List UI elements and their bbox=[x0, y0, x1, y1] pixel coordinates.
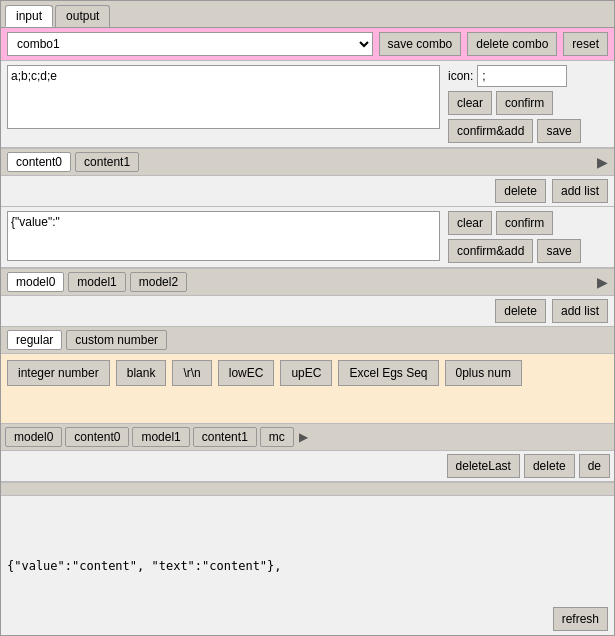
confirm-add-button-2[interactable]: confirm&add bbox=[448, 239, 533, 263]
btn-row-4: confirm&add save bbox=[448, 239, 608, 263]
confirm-button-1[interactable]: confirm bbox=[496, 91, 553, 115]
excel-egs-seq-button[interactable]: Excel Egs Seq bbox=[338, 360, 438, 386]
output-text: {"value":"content", "text":"content"}, bbox=[7, 559, 545, 573]
section2-right: clear confirm confirm&add save bbox=[448, 211, 608, 263]
rn-button[interactable]: \r\n bbox=[172, 360, 211, 386]
tab-input[interactable]: input bbox=[5, 5, 53, 27]
output-line: {"value":"content", "text":"content"}, r… bbox=[1, 496, 614, 635]
tab-output[interactable]: output bbox=[55, 5, 110, 27]
scroll-right-arrow-2[interactable]: ▶ bbox=[597, 274, 608, 290]
add-list-button-2[interactable]: add list bbox=[552, 299, 608, 323]
combo-select[interactable]: combo1 bbox=[7, 32, 373, 56]
btn-row-1: clear confirm bbox=[448, 91, 608, 115]
bottom-tab-content1[interactable]: content1 bbox=[193, 427, 257, 447]
section2: {"value":" clear confirm confirm&add sav… bbox=[1, 207, 614, 268]
de-button[interactable]: de bbox=[579, 454, 610, 478]
bottom-tabs-scroll-arrow[interactable]: ▶ bbox=[299, 430, 308, 444]
bottom-tabs-row: model0 content0 model1 content1 mc ▶ bbox=[1, 424, 614, 451]
model-tab-1[interactable]: model1 bbox=[68, 272, 125, 292]
model-tabs-row: model0 model1 model2 ▶ bbox=[1, 268, 614, 296]
type-tab-regular[interactable]: regular bbox=[7, 330, 62, 350]
bottom-tab-mc[interactable]: mc bbox=[260, 427, 294, 447]
type-tab-custom-number[interactable]: custom number bbox=[66, 330, 167, 350]
reset-button[interactable]: reset bbox=[563, 32, 608, 56]
value-text-area[interactable]: {"value":" bbox=[7, 211, 440, 261]
icon-input[interactable] bbox=[477, 65, 567, 87]
content-tab-0[interactable]: content0 bbox=[7, 152, 71, 172]
lowec-button[interactable]: lowEC bbox=[218, 360, 275, 386]
section1-left: a;b;c;d;e bbox=[7, 65, 440, 143]
model-tabs-section: model0 model1 model2 ▶ delete add list bbox=[1, 268, 614, 327]
horizontal-scrollbar[interactable] bbox=[1, 482, 614, 496]
delete-addlist-row-1: delete add list bbox=[1, 176, 614, 206]
integer-number-button[interactable]: integer number bbox=[7, 360, 110, 386]
bottom-tab-content0[interactable]: content0 bbox=[65, 427, 129, 447]
section2-left: {"value":" bbox=[7, 211, 440, 263]
orange-buttons-area: integer number blank \r\n lowEC upEC Exc… bbox=[1, 354, 614, 424]
delete-button-2[interactable]: delete bbox=[495, 299, 546, 323]
clear-button-2[interactable]: clear bbox=[448, 211, 492, 235]
delete-button-1[interactable]: delete bbox=[495, 179, 546, 203]
model-tab-2[interactable]: model2 bbox=[130, 272, 187, 292]
bottom-actions: deleteLast delete de bbox=[1, 451, 614, 482]
0plus-num-button[interactable]: 0plus num bbox=[445, 360, 522, 386]
add-list-button-1[interactable]: add list bbox=[552, 179, 608, 203]
bottom-tab-model0[interactable]: model0 bbox=[5, 427, 62, 447]
delete-combo-button[interactable]: delete combo bbox=[467, 32, 557, 56]
clear-button-1[interactable]: clear bbox=[448, 91, 492, 115]
delete-last-button[interactable]: deleteLast bbox=[447, 454, 520, 478]
btn-row-2: confirm&add save bbox=[448, 119, 608, 143]
blank-button[interactable]: blank bbox=[116, 360, 167, 386]
content-tabs-section: content0 content1 ▶ delete add list bbox=[1, 148, 614, 207]
icon-label: icon: bbox=[448, 69, 473, 83]
tabs-row: input output bbox=[1, 1, 614, 28]
text-area-input[interactable]: a;b;c;d;e bbox=[7, 65, 440, 129]
confirm-button-2[interactable]: confirm bbox=[496, 211, 553, 235]
model-tab-0[interactable]: model0 bbox=[7, 272, 64, 292]
bottom-tabs-content: model0 content0 model1 content1 mc ▶ del… bbox=[1, 424, 614, 482]
model-delete-row: delete add list bbox=[1, 296, 614, 326]
bottom-tab-model1[interactable]: model1 bbox=[132, 427, 189, 447]
content-tabs-row: content0 content1 ▶ bbox=[1, 148, 614, 176]
upec-button[interactable]: upEC bbox=[280, 360, 332, 386]
section1-right: icon: clear confirm confirm&add save bbox=[448, 65, 608, 143]
refresh-button[interactable]: refresh bbox=[553, 607, 608, 631]
btn-row-3: clear confirm bbox=[448, 211, 608, 235]
combo-bar: combo1 save combo delete combo reset bbox=[1, 28, 614, 61]
icon-row: icon: bbox=[448, 65, 608, 87]
delete-button-3[interactable]: delete bbox=[524, 454, 575, 478]
bottom-tabs-wrapper: model0 content0 model1 content1 mc ▶ del… bbox=[1, 424, 614, 482]
main-container: input output combo1 save combo delete co… bbox=[0, 0, 615, 636]
confirm-add-button-1[interactable]: confirm&add bbox=[448, 119, 533, 143]
content-tab-1[interactable]: content1 bbox=[75, 152, 139, 172]
save-button-2[interactable]: save bbox=[537, 239, 580, 263]
scroll-right-arrow-1[interactable]: ▶ bbox=[597, 154, 608, 170]
bottom-tabs-section: model0 content0 model1 content1 mc ▶ del… bbox=[1, 424, 614, 482]
section1: a;b;c;d;e icon: clear confirm confirm&ad… bbox=[1, 61, 614, 148]
save-combo-button[interactable]: save combo bbox=[379, 32, 462, 56]
save-button-1[interactable]: save bbox=[537, 119, 580, 143]
type-tabs-row: regular custom number bbox=[1, 327, 614, 354]
